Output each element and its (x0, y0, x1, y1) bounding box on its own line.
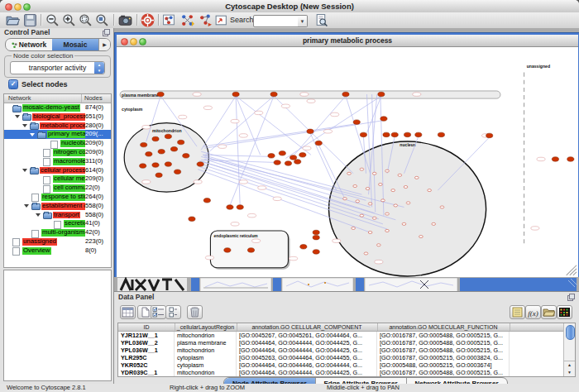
network-node[interactable] (247, 248, 254, 252)
tree-column-network[interactable]: Network (8, 94, 31, 103)
table-row[interactable]: YLR295Ccytoplasm[GO:0045263, GO:0044464,… (118, 354, 564, 361)
tab-network[interactable]: Network (6, 39, 52, 50)
network-mini-node[interactable] (343, 198, 347, 200)
table-row[interactable]: YPL036W__1mitochondrion[GO:0044464, GO:0… (118, 347, 564, 354)
tab-mosaic[interactable]: Mosaic (52, 39, 98, 50)
network-node[interactable] (158, 150, 165, 154)
network-node[interactable] (183, 154, 189, 158)
network-node[interactable] (294, 160, 301, 164)
help-button[interactable] (141, 13, 155, 27)
network-mini-node[interactable] (440, 206, 444, 208)
table-row[interactable]: YPL036W__2plasma membrane[GO:0044464, GO… (118, 339, 564, 347)
network-mini-node[interactable] (360, 168, 364, 170)
unselect-all-attributes-button[interactable] (165, 305, 181, 319)
table-cell[interactable]: [GO:0044464, GO:0044444, GO:0044425, G..… (237, 347, 377, 354)
network-node[interactable] (174, 170, 180, 174)
save-button[interactable] (23, 13, 37, 27)
network-mini-node[interactable] (372, 172, 376, 174)
network-node[interactable] (140, 164, 146, 168)
network-node[interactable] (237, 205, 243, 209)
network-mini-node[interactable] (398, 174, 402, 176)
first-neighbors-button[interactable] (180, 13, 194, 27)
network-mini-node[interactable] (385, 170, 390, 172)
network-node[interactable] (342, 92, 349, 96)
network-node[interactable] (157, 92, 164, 96)
table-cell[interactable]: YJR121W__1 (118, 332, 175, 339)
tree-item-unassigned[interactable]: unassigned223(0) (4, 237, 111, 246)
search-dropdown-button[interactable]: ▼ (298, 15, 308, 27)
network-node[interactable] (313, 230, 319, 234)
network-node[interactable] (313, 250, 319, 254)
network-node[interactable] (486, 133, 493, 137)
network-node[interactable] (156, 173, 162, 177)
table-cell[interactable]: YDR039C__1 (118, 369, 175, 376)
tree-item-mosaic-demo-yeast[interactable]: mosaic-demo-yeast874(0) (4, 103, 111, 112)
table-cell[interactable]: [GO:0016787, GO:0005488, GO:0005215, G..… (377, 369, 510, 376)
network-node[interactable] (270, 92, 277, 96)
tree-item-nucleobase-[interactable]: nucleobase-209(0) (4, 139, 111, 148)
network-node[interactable] (152, 136, 159, 141)
table-cell[interactable]: YLR295C (118, 354, 175, 361)
network-node[interactable] (189, 217, 195, 221)
network-node[interactable] (279, 151, 285, 155)
network-node[interactable] (299, 153, 306, 157)
network-mini-node[interactable] (406, 202, 410, 204)
expander-icon[interactable] (22, 124, 27, 127)
network-node[interactable] (552, 157, 558, 161)
network-node[interactable] (567, 157, 574, 161)
network-mini-node[interactable] (385, 229, 390, 232)
table-cell[interactable]: [GO:0044464, GO:0044446, GO:0044444, G..… (237, 361, 377, 369)
network-node[interactable] (438, 132, 444, 136)
network-mini-node[interactable] (372, 217, 376, 219)
table-cell[interactable]: [GO:0016787, GO:0005488, GO:0005215, G..… (377, 339, 510, 347)
network-node[interactable] (391, 132, 398, 136)
network-mini-node[interactable] (428, 189, 432, 192)
network-mini-node[interactable] (347, 172, 352, 174)
table-cell[interactable]: [GO:0045263, GO:0044464, GO:0044455, G..… (237, 354, 377, 361)
delete-attribute-button[interactable] (187, 305, 203, 319)
column-header-3[interactable]: annotation.GO MOLECULAR_FUNCTION (377, 323, 510, 331)
table-cell[interactable]: [GO:0044464, GO:0044444, GO:0044425, G..… (237, 369, 377, 376)
network-node[interactable] (146, 152, 152, 156)
tree-item-response-to-stimulu[interactable]: response to stimulu264(0) (4, 193, 111, 202)
network-node[interactable] (170, 146, 177, 151)
network-mini-node[interactable] (385, 213, 390, 215)
table-cell[interactable]: [GO:0016787, GO:0005488, GO:0005215, G..… (377, 332, 510, 339)
network-mini-node[interactable] (368, 203, 372, 205)
network-mini-node[interactable] (379, 183, 383, 185)
network-node[interactable] (224, 248, 231, 252)
expander-icon[interactable] (24, 204, 29, 208)
expander-icon[interactable] (15, 115, 20, 118)
network-frame-titlebar[interactable]: primary metabolic process (117, 35, 578, 47)
tree-item-biological-process[interactable]: biological_process651(0) (4, 112, 111, 122)
network-mini-node[interactable] (368, 232, 372, 234)
network-node[interactable] (152, 163, 159, 167)
network-node[interactable] (380, 117, 387, 121)
column-header-1[interactable]: _cellularLayoutRegion (175, 323, 237, 331)
network-canvas[interactable]: plasma membranecytoplasmunassignednucleu… (117, 47, 578, 277)
tree-column-nodes[interactable]: Nodes (84, 94, 103, 103)
network-node[interactable] (141, 142, 147, 146)
network-node[interactable] (165, 162, 171, 166)
network-mini-node[interactable] (419, 236, 423, 238)
table-cell[interactable]: mitochondrion (175, 332, 237, 339)
network-node[interactable] (165, 134, 171, 138)
table-row[interactable]: YJR121W__1mitochondrion[GO:0045267, GO:0… (118, 332, 564, 339)
expander-icon[interactable] (22, 169, 27, 172)
network-node[interactable] (197, 162, 203, 166)
network-node[interactable] (232, 92, 239, 96)
network-mini-node[interactable] (381, 199, 385, 202)
table-cell[interactable]: YPL036W__2 (118, 339, 175, 347)
resize-grip-icon[interactable] (567, 265, 577, 275)
table-scrollbar[interactable]: ▲▼ (563, 323, 575, 376)
network-mini-node[interactable] (360, 214, 364, 217)
tree-item-secretion[interactable]: secretion41(0) (4, 219, 111, 228)
network-mini-node[interactable] (414, 176, 419, 179)
table-cell[interactable]: [GO:0005488, GO:0005215, GO:0003674] (377, 361, 510, 369)
network-node[interactable] (274, 160, 280, 165)
create-network-from-selection-button[interactable] (162, 13, 176, 27)
select-attributes-button[interactable] (120, 305, 136, 319)
table-cell[interactable]: cytoplasm (175, 361, 237, 369)
network-mini-node[interactable] (432, 222, 436, 225)
expander-icon[interactable] (36, 213, 41, 217)
